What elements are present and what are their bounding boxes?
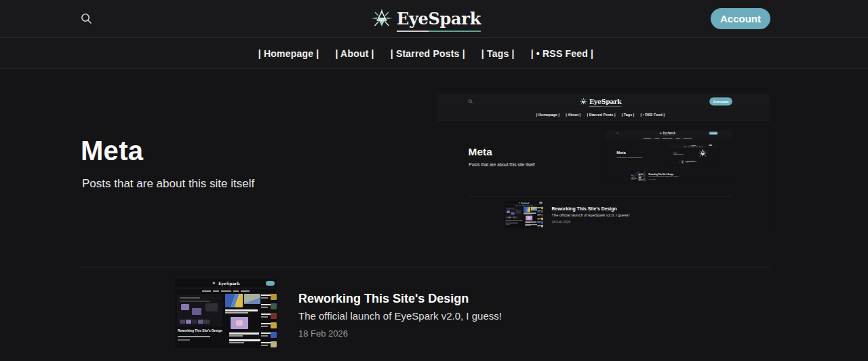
nav-item-homepage[interactable]: | Homepage | bbox=[258, 48, 319, 59]
post-title[interactable]: Reworking This Site's Design bbox=[298, 292, 469, 306]
thumb-sidebar-row bbox=[643, 174, 645, 175]
thumb-nested-screenshot bbox=[679, 161, 682, 163]
site-logo: EyeSpark bbox=[690, 145, 696, 146]
thumb-sidebar-row bbox=[643, 179, 645, 180]
thumb-card-lego bbox=[524, 207, 530, 212]
logo-wordmark: EyeSpark bbox=[397, 9, 481, 28]
thumb-card-purple bbox=[639, 177, 642, 179]
thumb-sidebar-row bbox=[537, 218, 543, 221]
thumb-caption-dash bbox=[524, 213, 536, 214]
site-logo[interactable]: EyeSpark bbox=[371, 8, 481, 30]
nav-item-tags: | Tags | bbox=[675, 138, 680, 139]
account-button: Account bbox=[709, 145, 712, 146]
page-title: Meta bbox=[81, 136, 143, 166]
thumb-sparkle-icon: ✦ bbox=[636, 172, 637, 172]
thumb-caption-dash bbox=[225, 309, 258, 311]
thumb-date-dash bbox=[178, 339, 190, 341]
thumb-card-photo bbox=[244, 294, 260, 304]
thumb-caption-dash bbox=[525, 222, 536, 223]
thumb-nested-screenshot bbox=[631, 174, 637, 178]
site-header: EyeSpark Account bbox=[0, 0, 868, 38]
main-nav: | Homepage | | About | | Starred Posts |… bbox=[669, 147, 717, 149]
logo-sparkle-icon bbox=[690, 145, 691, 146]
nav-item-tags: | Tags | bbox=[696, 147, 698, 148]
logo-wordmark: EyeSpark bbox=[589, 98, 621, 105]
thumb-caption-dash bbox=[525, 225, 530, 226]
recursive-screenshot-image bbox=[694, 149, 712, 157]
post-title: Reworking This Site's Design bbox=[648, 173, 673, 175]
post-excerpt: The official launch of EyeSpark v2.0, I … bbox=[686, 162, 697, 162]
site-header: EyeSpark Account bbox=[605, 130, 732, 136]
thumb-caption-dash bbox=[229, 339, 260, 341]
page-subtitle: Posts that are about this site itself bbox=[617, 156, 642, 158]
thumb-card-purple bbox=[231, 317, 248, 329]
post-thumbnail: ✦ EyeSpark Reworking This Site's Design bbox=[505, 201, 543, 227]
search-icon[interactable] bbox=[80, 12, 94, 26]
thumb-card-photo bbox=[531, 207, 537, 211]
thumb-caption-dash bbox=[229, 332, 259, 335]
post-date: 18 Feb 2026 bbox=[298, 328, 348, 339]
nav-item-rss-feed[interactable]: | • RSS Feed | bbox=[531, 48, 594, 59]
nav-item-homepage: | Homepage | bbox=[684, 147, 687, 148]
logo-word-spark: Spark bbox=[667, 132, 675, 135]
thumb-sidebar-row bbox=[261, 294, 277, 301]
thumb-account-pill bbox=[266, 281, 275, 286]
search-icon bbox=[616, 132, 618, 134]
post-title: Reworking This Site's Design bbox=[686, 161, 695, 162]
thumb-sidebar-row bbox=[261, 313, 277, 320]
recursive-screenshot-image: EyeSpark Account | Homepage | | About | … bbox=[437, 94, 770, 233]
page: EyeSpark Account | Homepage | | About | … bbox=[0, 0, 868, 361]
thumb-card-lego bbox=[638, 174, 641, 176]
thumb-card-lego bbox=[682, 161, 682, 162]
logo-sparkle-icon bbox=[579, 97, 587, 105]
site-header: EyeSpark Account bbox=[669, 145, 717, 147]
nav-item-rss-feed: | • RSS Feed | bbox=[698, 147, 702, 148]
thumb-caption-dash bbox=[229, 335, 243, 337]
thumb-sidebar-row bbox=[261, 332, 277, 339]
thumb-post-title: Reworking This Site's Design bbox=[505, 221, 524, 222]
thumb-sidebar-row bbox=[643, 176, 645, 178]
site-logo: EyeSpark bbox=[579, 97, 621, 105]
page-title: Meta bbox=[673, 152, 677, 153]
thumb-caption-dash bbox=[525, 223, 530, 223]
page-subtitle: Posts that are about this site itself bbox=[469, 162, 534, 168]
logo-word-spark: Spark bbox=[601, 98, 622, 107]
site-header: EyeSpark Account bbox=[437, 94, 770, 109]
main-nav: | Homepage | | About | | Starred Posts |… bbox=[437, 109, 770, 121]
nav-item-starred-posts[interactable]: | Starred Posts | bbox=[391, 48, 465, 59]
thumb-sidebar-row bbox=[643, 180, 645, 181]
post-date: 18 Feb 2026 bbox=[551, 220, 570, 224]
thumb-date-dash bbox=[505, 224, 510, 225]
thumb-sidebar-row bbox=[537, 207, 543, 210]
post-thumbnail[interactable]: ✦ EyeSpark Reworking This Site's Design bbox=[175, 279, 277, 348]
post-excerpt: The official launch of EyeSpark v2.0, I … bbox=[551, 213, 629, 218]
logo-word-eye: Eye bbox=[397, 9, 429, 32]
thumb-subtitle-dash bbox=[178, 336, 210, 337]
logo-sparkle-icon bbox=[371, 8, 393, 30]
thumb-account-pill bbox=[644, 172, 645, 172]
logo-word-spark: Spark bbox=[693, 145, 696, 146]
thumb-post-title: Reworking This Site's Design bbox=[178, 329, 226, 332]
search-icon bbox=[673, 145, 674, 146]
nav-item-tags[interactable]: | Tags | bbox=[481, 48, 515, 59]
thumb-sidebar-row bbox=[684, 162, 684, 162]
nav-item-about[interactable]: | About | bbox=[335, 48, 374, 59]
thumb-sidebar-row bbox=[684, 163, 684, 164]
account-button: Account bbox=[709, 98, 732, 106]
thumb-card-photo bbox=[641, 174, 644, 175]
logo-word-eye: Eye bbox=[589, 98, 601, 107]
nav-item-about: | About | bbox=[688, 147, 690, 148]
thumb-sidebar-row bbox=[537, 225, 543, 228]
thumb-card-lego bbox=[225, 294, 243, 307]
page: EyeSpark Account | Homepage | | About | … bbox=[437, 94, 770, 233]
thumb-caption-dash bbox=[525, 224, 537, 225]
post-date: 18 Feb 2026 bbox=[648, 178, 656, 180]
thumb-card-purple bbox=[682, 162, 682, 163]
nav-item-rss-feed: | • RSS Feed | bbox=[683, 138, 692, 139]
thumb-card-purple bbox=[526, 216, 532, 221]
sparkle-fallback-icon bbox=[698, 149, 707, 157]
post-thumbnail: ✦ EyeSpark Reworking This Site's Design bbox=[631, 171, 646, 181]
thumb-sparkle-icon: ✦ bbox=[212, 280, 216, 286]
account-button[interactable]: Account bbox=[711, 8, 770, 29]
logo-sparkle-icon bbox=[659, 132, 663, 135]
